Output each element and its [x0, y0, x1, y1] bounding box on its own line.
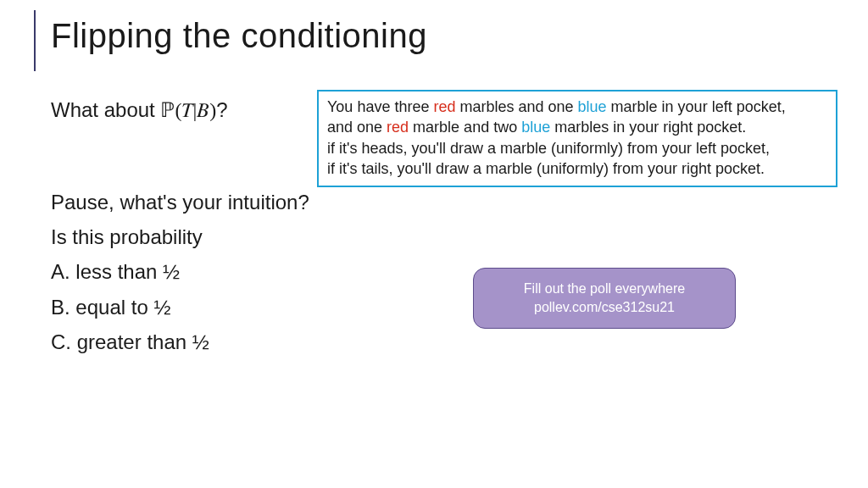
callout-l2-red: red: [387, 119, 409, 136]
option-b: B. equal to ½: [51, 291, 309, 323]
callout-l2-a: and one: [327, 119, 387, 136]
question-math: ℙ(𝑇|𝐵): [160, 99, 216, 121]
slide-title: Flipping the conditioning: [51, 17, 427, 55]
callout-line-4: if it's tails, you'll draw a marble (uni…: [327, 158, 827, 179]
option-c: C. greater than ½: [51, 326, 309, 358]
callout-l1-c: marble in your left pocket,: [607, 98, 786, 115]
option-a: A. less than ½: [51, 256, 309, 287]
slide: Flipping the conditioning What about ℙ(𝑇…: [0, 0, 868, 488]
callout-line-3: if it's heads, you'll draw a marble (uni…: [327, 138, 827, 158]
callout-l1-red: red: [433, 98, 455, 115]
body-block: Pause, what's your intuition? Is this pr…: [51, 186, 309, 361]
callout-l2-blue: blue: [521, 119, 550, 136]
question-suffix: ?: [216, 98, 227, 121]
callout-l1-b: marbles and one: [455, 98, 577, 115]
callout-l2-b: marble and two: [409, 119, 521, 136]
poll-box: Fill out the poll everywhere pollev.com/…: [473, 268, 736, 329]
callout-line-2: and one red marble and two blue marbles …: [327, 117, 827, 137]
pause-line: Pause, what's your intuition?: [51, 186, 309, 218]
callout-l2-c: marbles in your right pocket.: [550, 119, 746, 136]
question-line: What about ℙ(𝑇|𝐵)?: [51, 98, 228, 122]
poll-line-2: pollev.com/cse312su21: [534, 298, 675, 317]
callout-l1-a: You have three: [327, 98, 433, 115]
question-prefix: What about: [51, 98, 160, 121]
callout-l1-blue: blue: [578, 98, 607, 115]
is-line: Is this probability: [51, 221, 309, 252]
callout-line-1: You have three red marbles and one blue …: [327, 97, 827, 117]
poll-line-1: Fill out the poll everywhere: [524, 280, 685, 298]
problem-callout: You have three red marbles and one blue …: [317, 90, 837, 187]
title-accent-bar: [34, 10, 36, 71]
